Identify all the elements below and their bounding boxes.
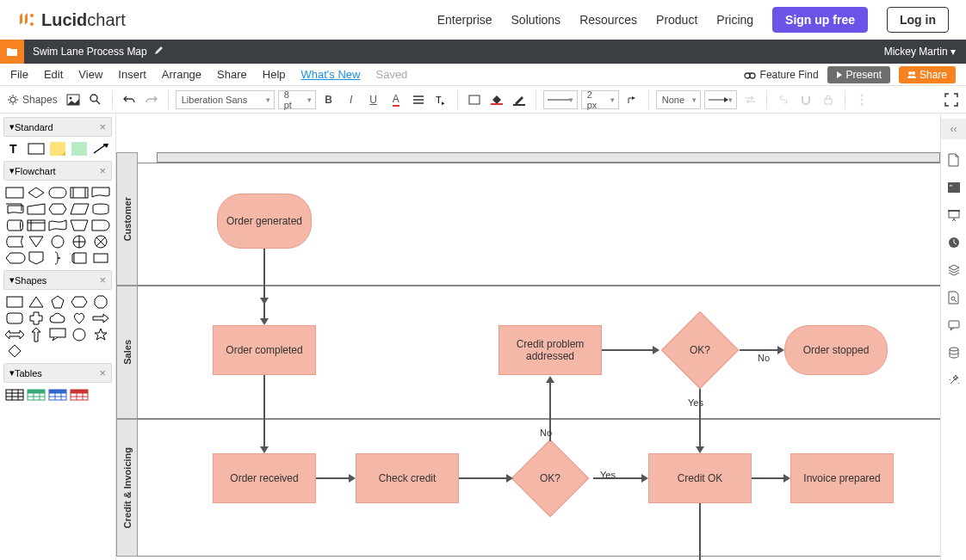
comments-icon[interactable] (947, 318, 961, 332)
tbl-2[interactable] (27, 388, 46, 402)
swap-ends-button[interactable] (740, 89, 759, 110)
font-size-select[interactable]: 8 pt (278, 90, 316, 109)
sh-diamond[interactable] (5, 344, 24, 358)
fc-decision[interactable] (27, 186, 46, 200)
layers-icon[interactable] (947, 263, 961, 277)
login-button[interactable]: Log in (887, 7, 949, 33)
line-start-select[interactable]: None (656, 90, 701, 109)
fc-multidoc[interactable] (5, 202, 24, 216)
fc-stored[interactable] (5, 235, 24, 249)
line-style-select[interactable] (543, 90, 578, 109)
node-order-completed[interactable]: Order completed (213, 325, 316, 375)
rail-collapse[interactable]: ‹‹ (941, 119, 966, 139)
fc-merge[interactable] (27, 235, 46, 249)
fc-display[interactable] (5, 251, 24, 265)
share-button[interactable]: Share (899, 66, 956, 83)
fc-connector[interactable] (48, 235, 67, 249)
shape-arrow[interactable] (91, 142, 110, 156)
presentation-icon[interactable] (947, 208, 961, 222)
close-icon[interactable]: × (99, 366, 106, 379)
undo-button[interactable] (120, 89, 139, 110)
font-select[interactable]: Liberation Sans (176, 90, 275, 109)
fc-card[interactable] (91, 251, 110, 265)
shape-text[interactable]: T (5, 142, 24, 156)
signup-button[interactable]: Sign up free (772, 7, 868, 33)
tbl-3[interactable] (48, 388, 67, 402)
sh-octagon[interactable] (91, 295, 110, 309)
search-button[interactable] (86, 89, 105, 110)
folder-icon[interactable] (0, 40, 24, 64)
fc-data[interactable] (70, 202, 89, 216)
sh-circle[interactable] (70, 328, 89, 342)
present-button[interactable]: Present (827, 66, 890, 83)
node-invoice-prepared[interactable]: Invoice prepared (790, 453, 894, 503)
document-title[interactable]: Swim Lane Process Map (33, 46, 147, 58)
fc-internal[interactable] (27, 218, 46, 232)
lock-button[interactable] (819, 89, 838, 110)
pencil-icon[interactable] (154, 46, 164, 58)
line-end-select[interactable] (704, 90, 737, 109)
shapes-toggle[interactable]: Shapes (5, 89, 60, 110)
menu-help[interactable]: Help (263, 68, 286, 81)
master-page-icon[interactable] (947, 291, 961, 305)
close-icon[interactable]: × (99, 164, 106, 177)
lane-sales[interactable]: Sales (116, 286, 138, 419)
menu-insert[interactable]: Insert (118, 68, 146, 81)
sh-triangle[interactable] (27, 295, 46, 309)
menu-file[interactable]: File (10, 68, 28, 81)
fullscreen-button[interactable] (942, 89, 961, 110)
nav-enterprise[interactable]: Enterprise (437, 13, 492, 27)
sh-arrow-u[interactable] (27, 328, 46, 342)
sh-star[interactable] (91, 328, 110, 342)
more-button[interactable] (852, 89, 871, 110)
fc-delay[interactable] (91, 218, 110, 232)
nav-product[interactable]: Product (656, 13, 697, 27)
fc-papertape[interactable] (48, 218, 67, 232)
fc-sum[interactable] (91, 235, 110, 249)
fill-button[interactable] (465, 89, 484, 110)
text-color-button[interactable]: A (387, 89, 406, 110)
line-color-button[interactable] (510, 89, 529, 110)
menu-view[interactable]: View (78, 68, 102, 81)
close-icon[interactable]: × (99, 274, 106, 286)
fc-manual-input[interactable] (27, 202, 46, 216)
fc-predefined[interactable] (70, 186, 89, 200)
sh-cross[interactable] (27, 311, 46, 325)
node-credit-problem[interactable]: Credit problem addressed (498, 325, 602, 375)
magnet-button[interactable] (796, 89, 815, 110)
sh-arrow-lr[interactable] (5, 328, 24, 342)
document-user[interactable]: Mickey Martin ▾ (884, 46, 956, 58)
fc-database[interactable] (91, 202, 110, 216)
magic-icon[interactable] (947, 373, 961, 387)
menu-share[interactable]: Share (217, 68, 247, 81)
italic-button[interactable]: I (342, 89, 361, 110)
fc-note[interactable] (70, 251, 89, 265)
node-order-stopped[interactable]: Order stopped (784, 325, 888, 375)
menu-edit[interactable]: Edit (44, 68, 63, 81)
align-button[interactable] (409, 89, 428, 110)
fc-preparation[interactable] (48, 202, 67, 216)
tbl-4[interactable] (70, 388, 89, 402)
shape-note-yellow[interactable] (48, 142, 67, 156)
image-button[interactable] (64, 89, 83, 110)
text-options-button[interactable]: T▸ (431, 89, 450, 110)
feature-find[interactable]: Feature Find (744, 69, 819, 81)
shape-rect[interactable] (27, 142, 46, 156)
panel-standard[interactable]: ▾ Standard× (3, 117, 112, 137)
node-order-generated[interactable]: Order generated (217, 194, 312, 249)
menu-arrange[interactable]: Arrange (162, 68, 201, 81)
canvas[interactable]: Customer Sales Credit & Invoicing Order … (116, 114, 940, 560)
shape-note-green[interactable] (70, 142, 89, 156)
panel-flowchart[interactable]: ▾ Flowchart× (3, 161, 112, 181)
tbl-1[interactable] (5, 388, 24, 402)
fc-offpage[interactable] (27, 251, 46, 265)
border-color-button[interactable] (487, 89, 506, 110)
panel-shapes[interactable]: ▾ Shapes× (3, 270, 112, 290)
line-angle-button[interactable] (622, 89, 641, 110)
page-icon[interactable] (947, 153, 961, 167)
nav-pricing[interactable]: Pricing (716, 13, 753, 27)
sh-arrow-r[interactable] (91, 311, 110, 325)
redo-button[interactable] (142, 89, 161, 110)
quote-icon[interactable]: ” (947, 181, 961, 194)
close-icon[interactable]: × (99, 120, 106, 133)
